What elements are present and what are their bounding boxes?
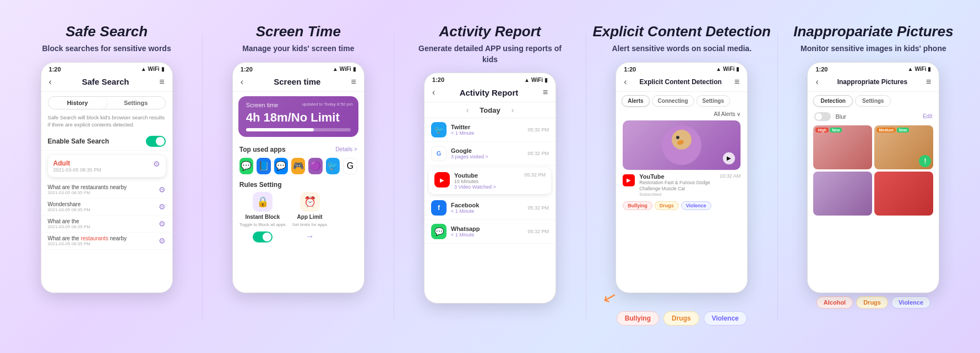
alerts-tab[interactable]: Alerts [622,95,649,107]
ar-header-title: Activity Report [460,88,519,97]
ecd-time: 1:20 [624,66,636,73]
yt-time: 10:32 AM [720,173,741,179]
search-text-1: Wondershare [48,201,90,207]
alerts-header: All Alerts ∨ [616,110,747,120]
settings-tab-ecd[interactable]: Settings [696,95,730,107]
st-status-bar: 1:20 ▲WiFi▮ [233,63,364,75]
search-item-3: What are the restaurants nearby 2021-03-… [41,233,172,250]
gear-icon-5[interactable]: ⚙ [159,236,166,245]
bottom-badge-bullying: Bullying [617,311,659,326]
gear-icon-3[interactable]: ⚙ [159,202,166,211]
connecting-tab[interactable]: Connecting [652,95,694,107]
activity-report-title: Activity Report [439,23,541,40]
alert-word: Adult [53,159,101,167]
enable-row: Enable Safe Search [41,133,172,151]
rule-name-1: App Limit [297,214,323,220]
activity-nav: ‹ Today › [424,102,556,118]
st-back-button[interactable]: ‹ [241,77,243,87]
ip-back-button[interactable]: ‹ [815,77,818,87]
search-time-3: 2021-03-05 08:35 PM [48,241,127,246]
features-container: Safe Search Block searches for sensitive… [0,12,980,341]
image-thumb-3 [874,172,933,216]
google-name: Google [451,147,523,154]
facebook-icon: 📘 [257,158,270,174]
ip-status-bar: 1:20 ▲WiFi▮ [808,63,939,75]
inappropriate-pictures-phone: 1:20 ▲WiFi▮ ‹ Inappropriate Pictures ≡ D… [807,62,939,293]
twitter-info: Twitter < 1 Minute [451,124,523,136]
alert-time: 2021-03-05 08:35 PM [53,167,101,173]
nav-prev[interactable]: ‹ [466,106,469,114]
new-badge-0: New [830,128,842,133]
ecd-back-button[interactable]: ‹ [624,77,627,87]
menu-icon[interactable]: ≡ [159,77,164,87]
youtube-videos: 3 Video Watched > [454,184,520,190]
alert-card: Adult 2021-03-05 08:35 PM ⚙ [48,155,166,177]
ar-back-button[interactable]: ‹ [432,87,435,97]
high-badge: High [815,128,829,133]
status-icons: ▲ WiFi ▮ [141,66,165,72]
rule-desc-0: Toggle to Block all apps [239,222,286,227]
img-badge-1: Medium New [876,128,909,133]
ar-menu-icon[interactable]: ≡ [543,87,548,97]
ar-status-icons: ▲WiFi▮ [524,77,548,83]
twitter-app-icon: 🐦 [431,122,447,137]
bottom-badge-violence: Violence [704,311,747,326]
youtube-name: Youtube [454,172,520,179]
blur-toggle[interactable] [814,112,831,121]
ip-desc: Monitor sensitive images in kids' phone [801,43,946,54]
settings-tab[interactable]: Settings [107,97,165,109]
activity-item-twitter: 🐦 Twitter < 1 Minute 05:32 PM [424,118,556,142]
details-link[interactable]: Details > [336,146,357,152]
st-status-icons: ▲WiFi▮ [333,66,356,72]
yt-sub: Subscribed [639,192,715,197]
safe-search-desc: Block searches for sensitive words [42,43,171,54]
screen-time-card: updated to Today 8:50 pm Screen time 4h … [238,96,358,137]
whatsapp-info: Whatsapp < 1 Minute [451,225,523,238]
arrow-container: ↙ [592,293,772,307]
facebook-sub: < 1 Minute [451,208,523,214]
yt-icon: ▶ [623,174,635,186]
phone-header: ‹ Safe Search ≡ [41,75,172,92]
ip-badge-violence: Violence [891,296,930,308]
google-sub: 3 pages visited > [451,154,523,159]
app-limit-rule: ⏰ App Limit Set limits for apps → [292,192,328,242]
ip-title: Inappropariate Pictures [793,23,953,40]
ecd-menu-icon[interactable]: ≡ [734,77,739,87]
detection-tab[interactable]: Detection [813,95,853,107]
settings-tab-ip[interactable]: Settings [855,95,891,107]
google-time: 05:32 PM [527,151,549,156]
history-tab[interactable]: History [48,97,107,109]
yt-name: YouTube [639,173,715,180]
rule-desc-1: Set limits for apps [292,222,328,227]
play-button[interactable]: ▶ [723,152,735,164]
back-button[interactable]: ‹ [49,77,52,87]
status-time: 1:20 [49,66,61,73]
ip-menu-icon[interactable]: ≡ [926,77,931,87]
facebook-info: Facebook < 1 Minute [451,202,523,214]
search-time: 2021-03-05 08:35 PM [48,190,127,195]
enable-toggle[interactable] [146,136,166,147]
gear-icon-2[interactable]: ⚙ [159,185,166,194]
activity-report-feature: Activity Report Generate detailed APP us… [400,23,580,330]
rules-section: Rules Setting 🔒 Instant Block Toggle to … [233,179,364,245]
alerts-filter[interactable]: All Alerts ∨ [714,111,741,117]
safe-search-phone: 1:20 ▲ WiFi ▮ ‹ Safe Search ≡ History Se… [41,62,173,293]
images-grid: High New Medium New ! [808,125,939,216]
rules-title: Rules Setting [239,181,357,189]
nav-next[interactable]: › [511,106,514,114]
progress-bar-fill [246,128,314,131]
ar-status-bar: 1:20 ▲WiFi▮ [424,73,556,85]
new-badge-1: New [897,128,909,133]
alert-image: ▶ [623,120,741,170]
app-limit-arrow[interactable]: → [306,231,314,241]
gear-icon[interactable]: ⚙ [153,159,160,168]
blur-row: Blur Edit [808,110,939,125]
instant-block-toggle[interactable] [253,231,273,242]
edit-link[interactable]: Edit [923,113,932,119]
gear-icon-4[interactable]: ⚙ [159,219,166,228]
youtube-app-icon: ▶ [434,172,450,187]
google-app-icon: G [431,146,447,161]
facebook-app-icon: f [431,200,447,216]
st-menu-icon[interactable]: ≡ [351,77,356,87]
screen-time-label: Screen time [246,102,351,108]
